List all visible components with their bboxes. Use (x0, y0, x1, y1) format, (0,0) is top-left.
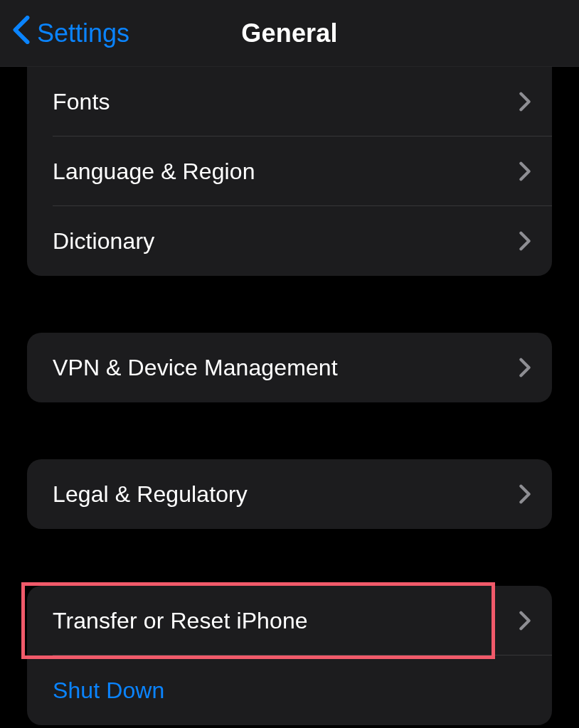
chevron-right-icon (518, 358, 532, 378)
settings-group-2: VPN & Device Management (27, 333, 552, 402)
chevron-right-icon (518, 611, 532, 631)
back-button[interactable]: Settings (10, 0, 129, 66)
chevron-left-icon (10, 16, 33, 50)
row-label: Language & Region (53, 159, 255, 185)
row-vpn-device-management[interactable]: VPN & Device Management (27, 333, 552, 402)
settings-group-3: Legal & Regulatory (27, 459, 552, 529)
nav-header: Settings General (0, 0, 579, 67)
row-label: Transfer or Reset iPhone (53, 608, 308, 634)
row-label: Legal & Regulatory (53, 481, 248, 508)
row-shut-down[interactable]: Shut Down (27, 655, 552, 725)
row-dictionary[interactable]: Dictionary (27, 206, 552, 276)
chevron-right-icon (518, 161, 532, 181)
row-fonts[interactable]: Fonts (27, 67, 552, 136)
settings-group-1: Fonts Language & Region Dictionary (27, 67, 552, 276)
row-language-region[interactable]: Language & Region (27, 136, 552, 206)
row-label: Fonts (53, 89, 110, 115)
chevron-right-icon (518, 92, 532, 112)
row-legal-regulatory[interactable]: Legal & Regulatory (27, 459, 552, 529)
row-label: VPN & Device Management (53, 355, 338, 381)
row-label: Dictionary (53, 228, 154, 255)
settings-content: Fonts Language & Region Dictionary VPN &… (0, 67, 579, 728)
chevron-right-icon (518, 231, 532, 251)
row-label: Shut Down (53, 678, 164, 704)
back-label: Settings (37, 18, 129, 48)
chevron-right-icon (518, 484, 532, 504)
settings-group-4: Transfer or Reset iPhone Shut Down (27, 586, 552, 725)
row-transfer-or-reset[interactable]: Transfer or Reset iPhone (27, 586, 552, 655)
page-title: General (241, 18, 337, 48)
